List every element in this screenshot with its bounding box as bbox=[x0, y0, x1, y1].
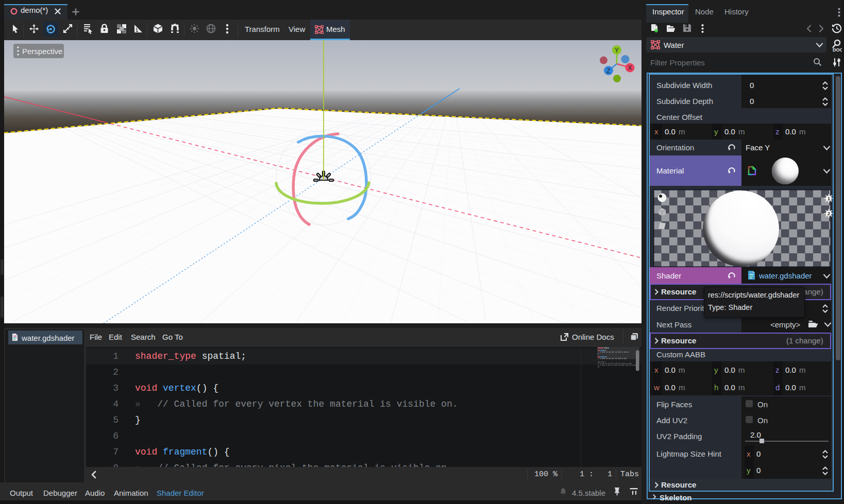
svg-text:Y: Y bbox=[615, 47, 619, 54]
svg-text:2: 2 bbox=[828, 211, 830, 216]
svg-text:Z: Z bbox=[606, 67, 610, 75]
svg-text:1: 1 bbox=[828, 196, 831, 201]
svg-text:X: X bbox=[628, 64, 632, 72]
svg-text:DOC: DOC bbox=[833, 47, 843, 53]
